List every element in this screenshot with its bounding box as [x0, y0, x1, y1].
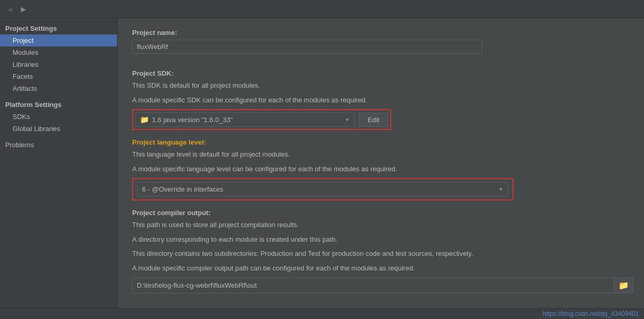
footer-url: https://blog.csdn.net/qq_43409401 — [543, 310, 639, 317]
compiler-path-input[interactable] — [133, 279, 614, 292]
sidebar-item-sdks[interactable]: SDKs — [0, 111, 117, 123]
bottom-bar: https://blog.csdn.net/qq_43409401 — [0, 308, 644, 319]
sidebar: Project Settings Project Modules Librari… — [0, 18, 118, 308]
back-button[interactable]: ◀ — [4, 3, 16, 15]
sidebar-item-problems[interactable]: Problems — [0, 139, 117, 151]
lang-dropdown-arrow-icon: ▼ — [498, 186, 504, 192]
compiler-desc3: This directory contains two subdirectori… — [132, 249, 629, 259]
compiler-output-row: 📁 — [132, 277, 634, 293]
compiler-desc4: A module specific compiler output path c… — [132, 263, 629, 274]
language-level-label: Project language level: — [132, 138, 629, 146]
content-area: Project name: Project SDK: This SDK is d… — [118, 18, 644, 308]
sdk-desc2: A module specific SDK can be configured … — [132, 95, 629, 105]
sidebar-item-modules[interactable]: Modules — [0, 46, 117, 58]
sdk-select[interactable]: 📁 1.6 java version "1.6.0_33" ▼ — [135, 112, 355, 127]
sidebar-item-project[interactable]: Project — [0, 34, 117, 46]
sdk-row: 📁 1.6 java version "1.6.0_33" ▼ Edit — [132, 109, 391, 130]
sdk-dropdown-arrow-icon: ▼ — [345, 117, 350, 123]
main-container: Project Settings Project Modules Librari… — [0, 18, 644, 308]
sidebar-item-libraries[interactable]: Libraries — [0, 58, 117, 70]
forward-button[interactable]: ▶ — [18, 3, 29, 15]
project-name-input[interactable] — [132, 40, 482, 54]
compiler-desc1: This path is used to store all project c… — [132, 220, 629, 230]
project-sdk-section: Project SDK: This SDK is default for all… — [132, 69, 629, 130]
sdk-select-inner: 📁 1.6 java version "1.6.0_33" — [140, 115, 345, 124]
compiler-output-section: Project compiler output: This path is us… — [132, 209, 629, 293]
folder-icon: 📁 — [140, 115, 149, 124]
sidebar-item-facets[interactable]: Facets — [0, 70, 117, 82]
sdk-edit-button[interactable]: Edit — [359, 113, 388, 127]
project-sdk-label: Project SDK: — [132, 69, 629, 77]
compiler-folder-button[interactable]: 📁 — [614, 278, 633, 293]
platform-settings-heading: Platform Settings — [0, 99, 117, 111]
sidebar-item-global-libraries[interactable]: Global Libraries — [0, 123, 117, 135]
lang-desc1: This language level is default for all p… — [132, 149, 629, 160]
project-settings-heading: Project Settings — [0, 22, 117, 34]
sdk-desc1: This SDK is default for all project modu… — [132, 80, 629, 91]
compiler-desc2: A directory corresponding to each module… — [132, 234, 629, 245]
language-level-block: 6 - @Override in interfaces ▼ — [132, 178, 513, 200]
project-name-label: Project name: — [132, 29, 629, 37]
sidebar-item-artifacts[interactable]: Artifacts — [0, 82, 117, 94]
language-level-select[interactable]: 6 - @Override in interfaces ▼ — [137, 182, 508, 196]
lang-desc2: A module specific language level can be … — [132, 164, 629, 174]
language-level-section: Project language level: This language le… — [132, 138, 629, 200]
top-navigation: ◀ ▶ — [0, 0, 644, 18]
project-name-section: Project name: — [132, 29, 629, 61]
compiler-output-label: Project compiler output: — [132, 209, 629, 217]
